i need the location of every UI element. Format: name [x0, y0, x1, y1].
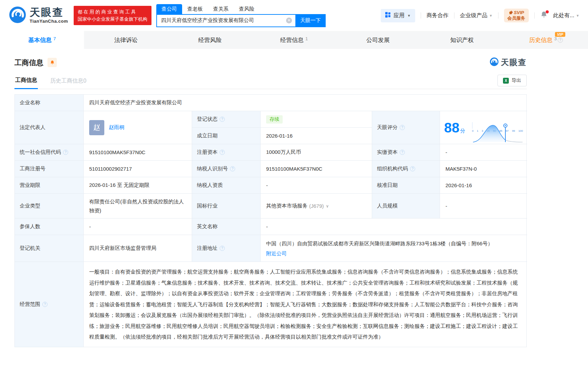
- logo-title: 天眼查: [30, 7, 68, 18]
- tab-operating-risk[interactable]: 经营风险: [168, 31, 252, 49]
- field-value-paid-capital: -: [440, 144, 527, 161]
- field-value-taxpayer-id: 91510100MAK5F37N0C: [261, 161, 372, 177]
- help-icon[interactable]: ?: [400, 125, 405, 130]
- field-value-registered-capital: 10000万人民币: [261, 144, 372, 161]
- export-button[interactable]: X 导出: [497, 75, 527, 86]
- tab-intellectual-property[interactable]: 知识产权: [420, 31, 504, 49]
- svip-label: SVIP: [514, 10, 524, 15]
- chevron-down-icon: ▼: [576, 14, 579, 18]
- tab-basic-info[interactable]: 基本信息 7: [0, 31, 84, 49]
- field-value-tianyan-score[interactable]: 88 分: [440, 111, 527, 144]
- help-icon[interactable]: ?: [220, 246, 225, 251]
- search-tab-company[interactable]: 查公司: [156, 4, 182, 14]
- cooperation-label: 商务合作: [427, 12, 449, 19]
- excel-icon: X: [503, 78, 509, 84]
- company-nav-tabs: 基本信息 7 法律诉讼 经营风险 经营信息 1 公司发展 知识产权 VIP 历史…: [0, 31, 588, 49]
- subtab-business-info[interactable]: 工商信息: [14, 73, 38, 89]
- field-label-registered-capital: 注册资本?: [192, 144, 261, 161]
- avatar[interactable]: 赵: [89, 120, 104, 135]
- subtab-history-business-info[interactable]: 历史工商信息0: [50, 73, 87, 89]
- field-label-company-name: 企业名称: [15, 95, 84, 111]
- help-icon[interactable]: ?: [220, 150, 225, 155]
- nearby-companies-link[interactable]: 附近公司: [266, 248, 287, 258]
- field-value-legal-representative: 赵 赵雨桐: [84, 111, 192, 144]
- subscribe-bell-icon[interactable]: [48, 58, 57, 67]
- help-icon[interactable]: ?: [220, 117, 225, 122]
- search-input[interactable]: [157, 18, 286, 23]
- legal-person-link[interactable]: 赵雨桐: [109, 124, 124, 131]
- field-value-approval-date: 2026-01-16: [440, 177, 527, 194]
- industry-name: 其他资本市场服务: [266, 203, 307, 209]
- help-icon[interactable]: ?: [400, 150, 405, 155]
- search-tab-relation[interactable]: 查关系: [208, 4, 234, 14]
- field-label-taxpayer-id: 纳税人识别号?: [192, 161, 261, 177]
- tab-label: 法律诉讼: [114, 36, 138, 44]
- apps-menu[interactable]: 应用 ▼: [381, 9, 415, 22]
- tab-count: 1: [305, 36, 308, 41]
- tianyancha-logo[interactable]: 天眼查 TianYanCha.com: [9, 6, 68, 25]
- tianyancha-logo-icon: [9, 6, 27, 25]
- tab-legal-proceedings[interactable]: 法律诉讼: [84, 31, 168, 49]
- user-label: 此处有...: [553, 12, 574, 19]
- status-badge: 存续: [266, 115, 283, 124]
- field-label-organization-code: 组织机构代码?: [372, 161, 440, 177]
- clear-search-icon[interactable]: ✕: [286, 18, 292, 23]
- tab-label: 历史信息: [529, 36, 553, 44]
- field-label-registered-address: 注册地址?: [192, 235, 261, 262]
- field-value-national-industry[interactable]: 其他资本市场服务 (J679) ∨: [261, 194, 372, 219]
- field-value-staff-size: -: [440, 194, 527, 219]
- field-label-company-type: 企业类型: [15, 194, 84, 219]
- crown-icon: ♚: [508, 10, 514, 15]
- search-tab-risk[interactable]: 查风险: [234, 4, 260, 14]
- tab-label: 基本信息: [28, 36, 52, 44]
- svip-member-button[interactable]: ♚ SVIP 会员服务: [504, 9, 529, 22]
- tab-operating-info[interactable]: 经营信息 1: [252, 31, 336, 49]
- export-label: 导出: [512, 77, 521, 84]
- field-label-establishment-date: 成立日期: [192, 128, 261, 144]
- help-icon[interactable]: ?: [42, 302, 48, 307]
- help-icon[interactable]: ?: [410, 166, 415, 171]
- chevron-down-icon: ▼: [407, 14, 411, 18]
- field-value-company-name: 四川天府低空经济产业投资发展有限公司: [84, 95, 527, 111]
- field-value-registration-number: 510110002902717: [84, 161, 192, 177]
- help-icon[interactable]: ?: [63, 150, 68, 155]
- search-button[interactable]: 天眼一下: [295, 14, 326, 27]
- apps-label: 应用: [393, 12, 405, 19]
- field-label-credit-code: 统一社会信用代码?: [15, 144, 84, 161]
- chevron-down-icon[interactable]: ∨: [326, 204, 329, 209]
- notifications-bell-icon[interactable]: [540, 11, 548, 20]
- field-label-approval-date: 核准日期: [372, 177, 440, 194]
- field-value-registration-status: 存续: [261, 111, 372, 128]
- tab-company-development[interactable]: 公司发展: [336, 31, 420, 49]
- tab-label: 公司发展: [366, 36, 390, 44]
- field-value-registered-address: 中国（四川）自由贸易试验区成都市天府新区兴隆街道湖畔路东段733号1栋3楼（自编…: [261, 235, 527, 262]
- menu-enterprise-products[interactable]: 企业级产品 ▼: [460, 12, 493, 19]
- search-area: 查公司 查老板 查关系 查风险 ✕ 天眼一下: [156, 4, 326, 27]
- field-label-english-name: 英文名称: [192, 219, 261, 235]
- divider: [421, 12, 421, 19]
- field-label-national-industry: 国标行业: [192, 194, 261, 219]
- promo-line1: 都 在 用 的 商 业 查 询 工 具: [78, 8, 148, 15]
- enterprise-label: 企业级产品: [460, 12, 487, 19]
- field-value-business-scope: 一般项目：自有资金投资的资产管理服务；航空运营支持服务；航空商务服务；人工智能行…: [84, 262, 527, 347]
- user-account-menu[interactable]: 此处有... ▼: [553, 12, 579, 19]
- notification-dot: [546, 10, 549, 13]
- field-label-paid-capital: 实缴资本?: [372, 144, 440, 161]
- divider: [454, 12, 454, 19]
- field-label-business-term: 营业期限: [15, 177, 84, 194]
- promo-banner: 都 在 用 的 商 业 查 询 工 具 国家中小企业发展子基金旗下机构: [74, 6, 152, 25]
- menu-cooperation[interactable]: 商务合作: [427, 12, 449, 19]
- promo-line2: 国家中小企业发展子基金旗下机构: [78, 15, 148, 23]
- apps-grid-icon: [385, 12, 391, 19]
- tab-count: 7: [53, 36, 56, 41]
- help-icon[interactable]: ?: [558, 38, 563, 43]
- help-icon[interactable]: ?: [230, 166, 235, 171]
- field-label-legal-representative: 法定代表人: [15, 111, 84, 144]
- tab-history-info[interactable]: VIP 历史信息 3 ?: [504, 31, 588, 49]
- watermark-text: 天眼查: [501, 57, 527, 68]
- field-value-company-type: 有限责任公司(非自然人投资或控股的法人独资): [84, 194, 192, 219]
- field-value-business-term: 2026-01-16 至 无固定期限: [84, 177, 192, 194]
- tab-label: 经营风险: [198, 36, 222, 44]
- search-tab-boss[interactable]: 查老板: [182, 4, 208, 14]
- field-label-registration-number: 工商注册号: [15, 161, 84, 177]
